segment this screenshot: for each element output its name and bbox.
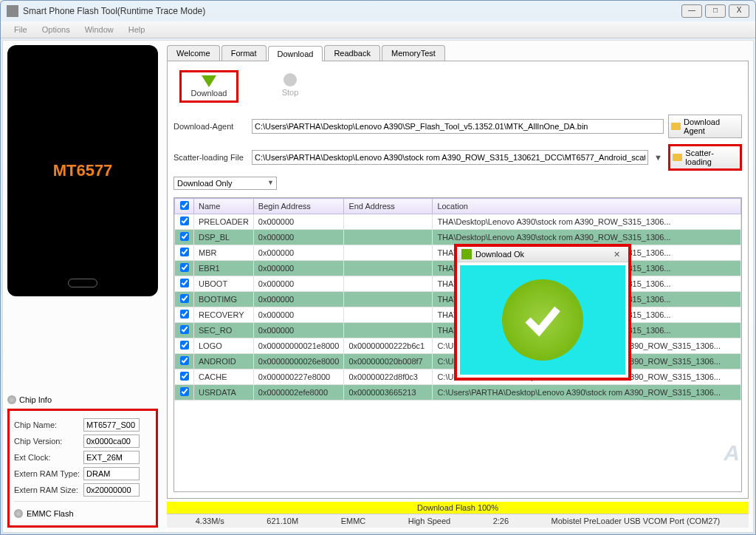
cell-name: RECOVERY (194, 307, 254, 323)
cell-name: MBR (194, 245, 254, 261)
download-button[interactable]: Download (179, 70, 238, 103)
cell-name: EBR1 (194, 261, 254, 276)
cell-begin: 0x000000 (253, 214, 344, 230)
row-checkbox[interactable] (180, 387, 189, 396)
watermark: A (724, 440, 740, 466)
cell-end (344, 292, 433, 307)
row-checkbox[interactable] (180, 279, 189, 287)
cell-begin: 0x00000000026e8000 (253, 354, 344, 369)
chip-field-label: Extern RAM Size: (14, 485, 83, 494)
col-name[interactable]: Name (194, 199, 254, 214)
cell-begin: 0x00000000021e8000 (253, 338, 344, 354)
scatter-loading-button[interactable]: Scatter-loading (668, 144, 742, 171)
download-agent-button[interactable]: Download Agent (668, 115, 742, 138)
table-row[interactable]: PRELOADER0x000000THA\Desktop\Lenovo A390… (175, 214, 741, 230)
app-window: Smart Phone Flash Tool(Runtime Trace Mod… (0, 0, 756, 535)
cell-end (344, 307, 433, 323)
chip-field-label: Chip Version: (14, 437, 83, 446)
right-panel: Welcome Format Download Readback MemoryT… (162, 41, 753, 532)
phone-preview: MT6577 (7, 45, 158, 296)
menu-window[interactable]: Window (78, 23, 121, 36)
chip-field-value[interactable] (83, 418, 140, 432)
scatter-file-input[interactable] (252, 150, 648, 165)
dialog-close-button[interactable]: ✕ (610, 250, 624, 259)
table-row[interactable]: DSP_BL0x000000THA\Desktop\Lenovo A390\st… (175, 230, 741, 245)
tabbar: Welcome Format Download Readback MemoryT… (167, 45, 749, 61)
row-checkbox[interactable] (180, 248, 189, 256)
row-checkbox[interactable] (180, 341, 189, 350)
chip-field-label: Ext Clock: (14, 453, 83, 462)
chip-icon (14, 509, 23, 518)
row-checkbox[interactable] (180, 310, 189, 318)
scatter-label: Scatter-loading File (173, 153, 247, 162)
cell-begin: 0x000000 (253, 323, 344, 338)
folder-icon (673, 154, 682, 161)
chip-field-value[interactable] (83, 483, 140, 497)
row-checkbox[interactable] (180, 294, 189, 303)
tab-download[interactable]: Download (268, 46, 323, 61)
row-checkbox[interactable] (180, 232, 189, 241)
row-checkbox[interactable] (180, 356, 189, 365)
progress-bar: Download Flash 100% (167, 502, 749, 514)
menu-file[interactable]: File (7, 23, 35, 36)
col-begin[interactable]: Begin Address (253, 199, 344, 214)
cell-end (344, 214, 433, 230)
tab-memorytest[interactable]: MemoryTest (382, 45, 445, 61)
cell-end: 0x0000003665213 (344, 385, 433, 401)
gear-icon (7, 395, 16, 404)
status-bar: 4.33M/s 621.10M EMMC High Speed 2:26 Mob… (167, 514, 749, 528)
cell-location: C:\Users\PARTHA\Desktop\Lenovo A390\stoc… (433, 385, 741, 401)
menu-help[interactable]: Help (121, 23, 153, 36)
home-button-icon (68, 279, 97, 287)
cell-end: 0x000000020b008f7 (344, 354, 433, 369)
tab-welcome[interactable]: Welcome (167, 45, 220, 61)
tab-format[interactable]: Format (221, 45, 267, 61)
chevron-down-icon[interactable]: ▼ (653, 153, 664, 162)
emmc-row: EMMC Flash (14, 506, 151, 521)
col-location[interactable]: Location (433, 199, 741, 214)
row-checkbox[interactable] (180, 263, 189, 272)
cell-begin: 0x000000 (253, 307, 344, 323)
cell-name: LOGO (194, 338, 254, 354)
cell-end (344, 261, 433, 276)
check-all[interactable] (180, 201, 189, 210)
cell-end (344, 323, 433, 338)
checkmark-icon (502, 279, 583, 361)
status-size: 621.10M (267, 517, 298, 525)
titlebar: Smart Phone Flash Tool(Runtime Trace Mod… (1, 1, 755, 21)
table-row[interactable]: USRDATA0x0000002efe80000x0000003665213C:… (175, 385, 741, 401)
row-checkbox[interactable] (180, 325, 189, 334)
cell-end (344, 276, 433, 292)
dialog-title: Download Ok (475, 250, 610, 259)
download-agent-input[interactable] (252, 119, 664, 134)
cell-name: USRDATA (194, 385, 254, 401)
cell-end: 0x00000000222b6c1 (344, 338, 433, 354)
chip-field-label: Chip Name: (14, 420, 83, 429)
minimize-button[interactable]: — (681, 4, 702, 18)
col-end[interactable]: End Address (344, 199, 433, 214)
cell-name: ANDROID (194, 354, 254, 369)
cell-end: 0x00000022d8f0c3 (344, 369, 433, 385)
cell-name: BOOTIMG (194, 292, 254, 307)
dialog-icon (461, 249, 472, 259)
maximize-button[interactable]: □ (705, 4, 726, 18)
menu-options[interactable]: Options (35, 23, 78, 36)
status-speed: 4.33M/s (196, 517, 224, 525)
app-icon (7, 5, 18, 17)
cell-name: DSP_BL (194, 230, 254, 245)
chip-field-value[interactable] (83, 435, 140, 448)
status-storage: EMMC (341, 517, 366, 525)
close-button[interactable]: X (729, 4, 749, 18)
stop-button[interactable]: Stop (261, 70, 320, 103)
chip-field-label: Extern RAM Type: (14, 469, 83, 478)
phone-chip-label: MT6577 (15, 161, 151, 180)
chip-field-value[interactable] (83, 467, 140, 480)
status-port: Mobistel PreLoader USB VCOM Port (COM27) (551, 517, 721, 525)
row-checkbox[interactable] (180, 217, 189, 225)
menubar: File Options Window Help (1, 21, 755, 38)
download-mode-select[interactable]: Download Only (173, 177, 277, 190)
row-checkbox[interactable] (180, 372, 189, 381)
left-panel: MT6577 Chip Info Chip Name:Chip Version:… (3, 41, 162, 532)
chip-field-value[interactable] (83, 451, 140, 464)
tab-readback[interactable]: Readback (324, 45, 380, 61)
